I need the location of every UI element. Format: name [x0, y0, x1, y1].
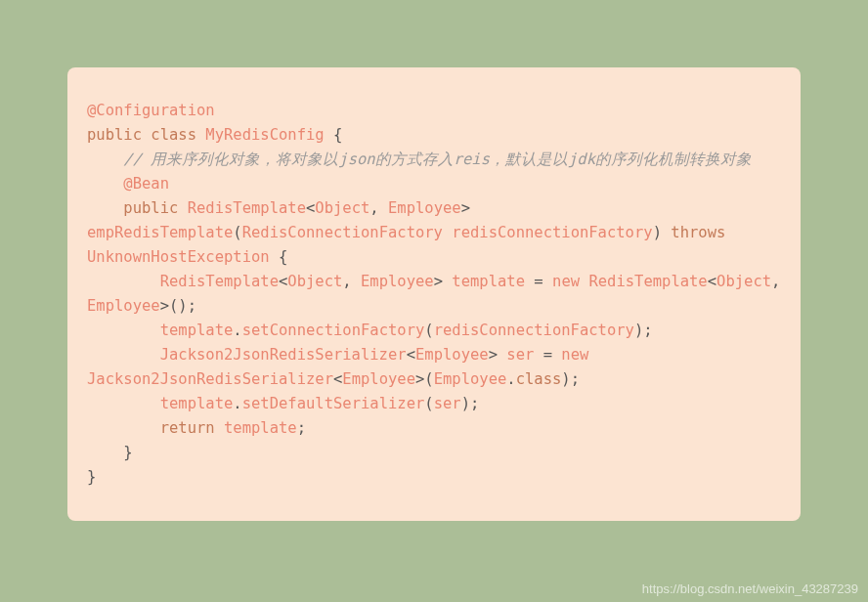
- code-token: Employee: [342, 370, 415, 388]
- code-block: @Configuration public class MyRedisConfi…: [67, 67, 801, 521]
- code-token: <: [708, 273, 716, 290]
- code-token: new: [561, 346, 588, 364]
- code-token: Employee: [434, 370, 507, 388]
- code-token: <: [306, 199, 315, 217]
- code-token: ,: [369, 199, 378, 217]
- code-token: @Configuration: [87, 102, 215, 119]
- code-token: .: [233, 395, 241, 412]
- code-token: <: [407, 346, 415, 364]
- code-token: >();: [160, 297, 196, 315]
- code-token: <: [333, 370, 342, 388]
- code-token: );: [634, 322, 653, 339]
- code-token: >(: [415, 370, 434, 388]
- code-token: >: [461, 199, 470, 217]
- code-token: ,: [342, 273, 351, 290]
- code-token: ser: [434, 395, 461, 412]
- code-token: (: [233, 224, 241, 241]
- code-token: =: [543, 346, 552, 364]
- code-token: ): [653, 224, 662, 241]
- watermark-text: https://blog.csdn.net/weixin_43287239: [642, 581, 858, 596]
- code-token: template: [224, 419, 297, 437]
- code-token: template: [452, 273, 525, 290]
- code-token: RedisTemplate: [188, 199, 306, 217]
- code-token: redisConnectionFactory: [452, 224, 652, 241]
- code-token: );: [561, 370, 580, 388]
- code-token: Object: [287, 273, 342, 290]
- code-token: ,: [771, 273, 780, 290]
- code-token: =: [534, 273, 542, 290]
- code-token: throws: [671, 224, 725, 241]
- code-token: );: [461, 395, 480, 412]
- code-token: }: [123, 444, 132, 461]
- code-token: <: [279, 273, 287, 290]
- code-token: MyRedisConfig: [205, 126, 324, 144]
- code-token: Employee: [415, 346, 489, 364]
- code-token: Object: [315, 199, 369, 217]
- code-token: class: [151, 126, 196, 144]
- code-token: setConnectionFactory: [242, 322, 425, 339]
- code-token: ser: [506, 346, 534, 364]
- code-token: Employee: [361, 273, 434, 290]
- code-token: class: [516, 370, 562, 388]
- code-token: RedisConnectionFactory: [242, 224, 443, 241]
- code-token: public: [87, 126, 142, 144]
- code-token: .: [506, 370, 515, 388]
- code-token: template: [160, 395, 234, 412]
- code-token: {: [333, 126, 342, 144]
- code-token: RedisTemplate: [160, 273, 279, 290]
- code-token: template: [160, 322, 234, 339]
- code-token: Jackson2JsonRedisSerializer: [87, 370, 333, 388]
- code-token: RedisTemplate: [588, 273, 707, 290]
- code-token: .: [233, 322, 241, 339]
- code-token: new: [552, 273, 580, 290]
- code-token: Employee: [388, 199, 461, 217]
- code-token: }: [87, 468, 96, 486]
- code-token: UnknownHostException: [87, 248, 270, 266]
- code-token: {: [279, 248, 287, 266]
- code-token: >: [489, 346, 498, 364]
- code-token: (: [424, 395, 433, 412]
- code-token: @Bean: [123, 175, 169, 193]
- code-token: setDefaultSerializer: [242, 395, 425, 412]
- code-token: ;: [297, 419, 306, 437]
- code-token: return: [160, 419, 215, 437]
- code-token: redisConnectionFactory: [434, 322, 634, 339]
- code-token: empRedisTemplate: [87, 224, 233, 241]
- code-token: public: [123, 199, 178, 217]
- code-token: >: [434, 273, 443, 290]
- code-comment: // 用来序列化对象，将对象以json的方式存入reis，默认是以jdk的序列化…: [123, 150, 752, 168]
- code-token: Jackson2JsonRedisSerializer: [160, 346, 407, 364]
- code-token: Object: [716, 273, 771, 290]
- code-token: (: [424, 322, 433, 339]
- code-token: Employee: [87, 297, 160, 315]
